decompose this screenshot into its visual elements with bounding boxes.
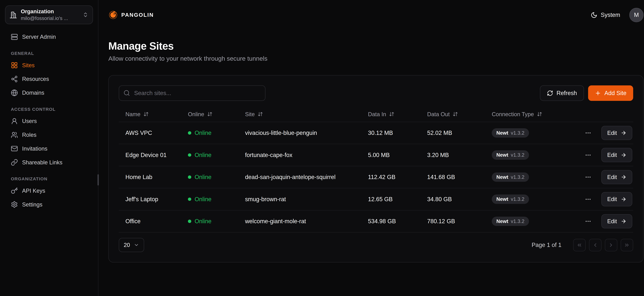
arrow-right-icon (621, 174, 626, 180)
edit-label: Edit (607, 174, 617, 180)
sidebar-item-label: Resources (22, 76, 49, 82)
table-row: AWS VPC Online vivacious-little-blue-pen… (119, 122, 633, 144)
add-site-label: Add Site (604, 90, 626, 96)
connection-badge: Newt v1.3.2 (492, 194, 529, 204)
sidebar-item-settings[interactable]: Settings (5, 198, 93, 211)
column-header-name[interactable]: Name (119, 111, 181, 118)
theme-toggle[interactable]: System (591, 12, 620, 18)
sidebar-resize-handle[interactable] (98, 174, 99, 186)
sidebar-item-server-admin[interactable]: Server Admin (5, 30, 93, 44)
nav-section-heading: GENERAL (11, 51, 87, 56)
data-out-value: 34.80 GB (420, 196, 485, 202)
chevron-left-icon (592, 242, 598, 248)
org-switcher[interactable]: Organization milo@fossorial.io's ... (5, 6, 93, 24)
row-actions: Edit (582, 126, 633, 140)
mail-icon (11, 145, 18, 152)
previous-page-button[interactable] (589, 239, 602, 251)
pager-buttons (573, 239, 633, 251)
edit-button[interactable]: Edit (601, 126, 632, 140)
ellipsis-icon (585, 174, 592, 180)
edit-button[interactable]: Edit (601, 192, 632, 206)
connection-type-cell: Newt v1.3.2 (485, 217, 582, 226)
sidebar-item-sites[interactable]: Sites (5, 58, 93, 72)
data-out-value: 141.68 GB (420, 174, 485, 180)
edit-label: Edit (607, 152, 617, 158)
table-row: Edge Device 01 Online fortunate-cape-fox… (119, 144, 633, 166)
page-info: Page 1 of 1 (532, 242, 562, 248)
connection-version: v1.3.2 (511, 174, 524, 180)
connection-type: Newt (496, 130, 508, 136)
first-page-button[interactable] (573, 239, 586, 251)
site-slug: vivacious-little-blue-penguin (238, 130, 362, 136)
sidebar-item-label: Shareable Links (22, 159, 62, 166)
connection-type: Newt (496, 196, 508, 202)
column-label: Online (188, 111, 204, 118)
app-root: Organization milo@fossorial.io's ... Ser… (0, 0, 644, 296)
sidebar-item-api-keys[interactable]: API Keys (5, 184, 93, 198)
page-size-select[interactable]: 20 (119, 238, 144, 252)
grid-icon (11, 62, 18, 69)
add-site-button[interactable]: Add Site (588, 86, 633, 101)
sidebar-item-shareable-links[interactable]: Shareable Links (5, 156, 93, 169)
refresh-button[interactable]: Refresh (540, 86, 584, 101)
column-header-site[interactable]: Site (238, 111, 362, 118)
ellipsis-icon (585, 218, 592, 225)
row-menu-button[interactable] (583, 194, 593, 204)
page-size-value: 20 (124, 242, 130, 248)
sidebar-item-roles[interactable]: Roles (5, 128, 93, 142)
user-icon (11, 118, 18, 125)
page-subtitle: Allow connectivity to your network throu… (108, 55, 644, 62)
sidebar-item-users[interactable]: Users (5, 114, 93, 128)
topbar-right: System M (591, 8, 644, 22)
connection-version: v1.3.2 (511, 152, 524, 158)
page-title: Manage Sites (108, 40, 644, 52)
edit-button[interactable]: Edit (601, 214, 632, 228)
row-menu-button[interactable] (583, 128, 593, 138)
organization-icon (10, 11, 17, 18)
search-input[interactable] (119, 86, 266, 101)
table-row: Office Online welcome-giant-mole-rat 534… (119, 210, 633, 232)
chevrons-right-icon (624, 242, 630, 248)
sort-icon (207, 112, 212, 117)
online-status: Online (181, 152, 238, 158)
column-header-data-out[interactable]: Data Out (420, 111, 485, 118)
row-menu-button[interactable] (583, 172, 593, 182)
edit-button[interactable]: Edit (601, 170, 632, 184)
row-actions: Edit (582, 192, 633, 206)
org-subtitle: milo@fossorial.io's ... (21, 15, 79, 22)
arrow-right-icon (621, 218, 626, 224)
column-header-data-in[interactable]: Data In (361, 111, 420, 118)
connection-type-cell: Newt v1.3.2 (485, 150, 582, 160)
column-header-online[interactable]: Online (181, 111, 238, 118)
sidebar-item-resources[interactable]: Resources (5, 72, 93, 86)
connection-version: v1.3.2 (511, 196, 524, 202)
chevron-down-icon (134, 242, 139, 248)
data-in-value: 30.12 MB (361, 130, 420, 136)
avatar[interactable]: M (629, 8, 644, 22)
search-icon (124, 90, 130, 96)
row-menu-button[interactable] (583, 216, 593, 226)
data-out-value: 52.02 MB (420, 130, 485, 136)
column-header-connection-type[interactable]: Connection Type (485, 111, 582, 118)
users-icon (11, 132, 18, 138)
column-label: Connection Type (492, 111, 534, 118)
edit-button[interactable]: Edit (601, 148, 632, 162)
sidebar-item-label: Users (22, 118, 37, 124)
online-status: Online (181, 218, 238, 225)
toolbar-actions: Refresh Add Site (540, 86, 633, 101)
sidebar-item-label: Invitations (22, 146, 48, 152)
sidebar-item-invitations[interactable]: Invitations (5, 142, 93, 156)
online-label: Online (194, 218, 212, 225)
chevrons-left-icon (576, 242, 582, 248)
next-page-button[interactable] (605, 239, 617, 251)
brand-name: PANGOLIN (121, 12, 154, 18)
ellipsis-icon (585, 152, 592, 158)
column-label: Data In (368, 111, 386, 118)
row-menu-button[interactable] (583, 150, 593, 160)
column-label: Data Out (427, 111, 450, 118)
last-page-button[interactable] (621, 239, 633, 251)
brand: PANGOLIN (108, 10, 154, 20)
sidebar-item-domains[interactable]: Domains (5, 86, 93, 100)
avatar-initial: M (634, 12, 639, 18)
gear-icon (11, 201, 18, 208)
